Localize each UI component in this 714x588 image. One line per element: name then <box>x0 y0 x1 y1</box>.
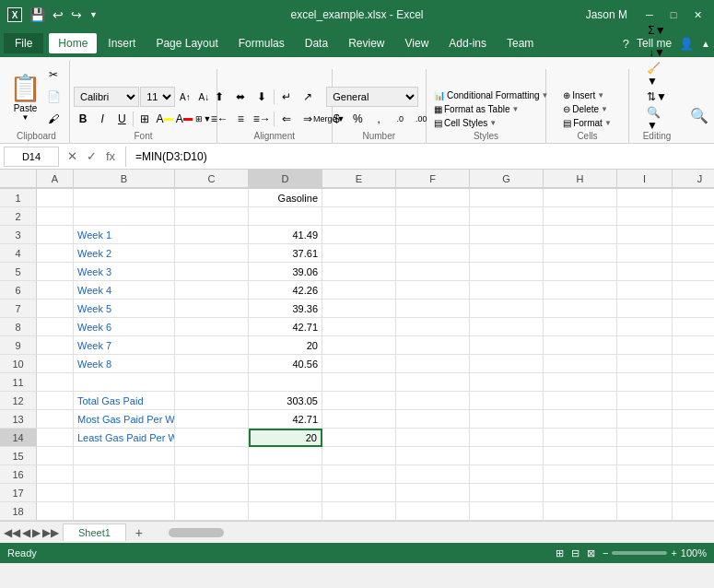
cell-d5[interactable]: 39.06 <box>249 263 322 281</box>
col-header-f[interactable]: F <box>396 170 470 188</box>
cell-h15[interactable] <box>544 447 617 465</box>
row-header-7[interactable]: 7 <box>0 300 37 318</box>
cell-g2[interactable] <box>470 207 544 226</box>
cell-a5[interactable] <box>37 263 74 281</box>
menu-view[interactable]: View <box>396 33 439 53</box>
cell-c5[interactable] <box>175 263 249 281</box>
cell-f18[interactable] <box>396 502 470 521</box>
cell-f17[interactable] <box>396 484 470 502</box>
decrease-indent-icon[interactable]: ⇐ <box>276 109 297 129</box>
undo-icon[interactable]: ↩ <box>51 7 65 22</box>
col-header-j[interactable]: J <box>673 170 714 188</box>
row-header-8[interactable]: 8 <box>0 318 37 336</box>
close-button[interactable]: ✕ <box>688 6 707 24</box>
cell-c7[interactable] <box>175 300 249 318</box>
cell-e5[interactable] <box>322 263 396 281</box>
sheet-nav-first[interactable]: ◀◀ <box>4 526 20 539</box>
add-sheet-button[interactable]: + <box>130 523 148 542</box>
cell-b4[interactable]: Week 2 <box>74 244 175 263</box>
cell-d14[interactable]: 20 <box>249 429 322 447</box>
cell-b7[interactable]: Week 5 <box>74 300 175 318</box>
cell-styles-button[interactable]: ▤ Cell Styles ▼ <box>430 117 500 129</box>
cell-j16[interactable] <box>673 465 714 484</box>
cell-a18[interactable] <box>37 502 74 521</box>
row-header-6[interactable]: 6 <box>0 281 37 300</box>
cell-b14[interactable]: Least Gas Paid Per Week <box>74 429 175 447</box>
menu-formulas[interactable]: Formulas <box>229 33 294 53</box>
cell-e15[interactable] <box>322 447 396 465</box>
fill-color-button[interactable]: A <box>156 109 174 129</box>
cell-c3[interactable] <box>175 226 249 244</box>
cell-a3[interactable] <box>37 226 74 244</box>
col-header-i[interactable]: I <box>617 170 673 188</box>
sheet-nav-last[interactable]: ▶▶ <box>42 526 59 539</box>
row-header-5[interactable]: 5 <box>0 263 37 281</box>
cell-a13[interactable] <box>37 410 74 429</box>
cell-j15[interactable] <box>673 447 714 465</box>
font-size-select[interactable]: 11 <box>140 87 175 107</box>
cell-c10[interactable] <box>175 355 249 373</box>
col-header-b[interactable]: B <box>74 170 175 188</box>
cell-d15[interactable] <box>249 447 322 465</box>
wrap-text-icon[interactable]: ↵ <box>276 87 297 107</box>
cell-j3[interactable] <box>673 226 714 244</box>
cell-b5[interactable]: Week 3 <box>74 263 175 281</box>
delete-button[interactable]: ⊖ Delete ▼ <box>559 103 612 115</box>
cell-d12[interactable]: 303.05 <box>249 392 322 410</box>
cell-j18[interactable] <box>673 502 714 521</box>
cell-h14[interactable] <box>544 429 617 447</box>
cell-c12[interactable] <box>175 392 249 410</box>
cell-d1[interactable]: Gasoline <box>249 189 322 207</box>
cell-j5[interactable] <box>673 263 714 281</box>
cancel-formula-button[interactable]: ✕ <box>63 147 81 166</box>
view-page-break-icon[interactable]: ⊠ <box>587 547 595 559</box>
ribbon-collapse-icon[interactable]: ▲ <box>701 39 710 49</box>
cell-i2[interactable] <box>617 207 673 226</box>
cell-g18[interactable] <box>470 502 544 521</box>
cell-i1[interactable] <box>617 189 673 207</box>
col-header-a[interactable]: A <box>37 170 74 188</box>
cell-c16[interactable] <box>175 465 249 484</box>
cell-i5[interactable] <box>617 263 673 281</box>
cell-e1[interactable] <box>322 189 396 207</box>
cell-i7[interactable] <box>617 300 673 318</box>
cell-b6[interactable]: Week 4 <box>74 281 175 300</box>
file-menu-button[interactable]: File <box>4 33 43 53</box>
cell-e6[interactable] <box>322 281 396 300</box>
cell-b13[interactable]: Most Gas Paid Per Week <box>74 410 175 429</box>
cell-f6[interactable] <box>396 281 470 300</box>
underline-button[interactable]: U <box>112 109 131 129</box>
cell-g15[interactable] <box>470 447 544 465</box>
cell-c9[interactable] <box>175 336 249 355</box>
row-header-10[interactable]: 10 <box>0 355 37 373</box>
zoom-out-button[interactable]: − <box>603 547 608 559</box>
align-right-icon[interactable]: ≡→ <box>252 109 272 129</box>
cell-h9[interactable] <box>544 336 617 355</box>
row-header-15[interactable]: 15 <box>0 447 37 465</box>
cell-e3[interactable] <box>322 226 396 244</box>
insert-button[interactable]: ⊕ Insert ▼ <box>559 89 608 101</box>
help-icon[interactable]: ? <box>623 37 629 51</box>
cell-h11[interactable] <box>544 373 617 392</box>
cell-h5[interactable] <box>544 263 617 281</box>
cell-d4[interactable]: 37.61 <box>249 244 322 263</box>
cell-g7[interactable] <box>470 300 544 318</box>
cell-e18[interactable] <box>322 502 396 521</box>
cell-j9[interactable] <box>673 336 714 355</box>
cell-i11[interactable] <box>617 373 673 392</box>
save-icon[interactable]: 💾 <box>28 7 47 22</box>
cell-g14[interactable] <box>470 429 544 447</box>
cell-b15[interactable] <box>74 447 175 465</box>
cell-a1[interactable] <box>37 189 74 207</box>
cell-a15[interactable] <box>37 447 74 465</box>
autosum-icon[interactable]: Σ▼ <box>647 20 667 41</box>
cell-f2[interactable] <box>396 207 470 226</box>
maximize-button[interactable]: □ <box>664 6 683 24</box>
menu-home[interactable]: Home <box>49 33 97 53</box>
cell-e4[interactable] <box>322 244 396 263</box>
cell-f7[interactable] <box>396 300 470 318</box>
cell-h10[interactable] <box>544 355 617 373</box>
cell-j12[interactable] <box>673 392 714 410</box>
sort-icon[interactable]: ⇅▼ <box>647 87 667 107</box>
cell-i12[interactable] <box>617 392 673 410</box>
